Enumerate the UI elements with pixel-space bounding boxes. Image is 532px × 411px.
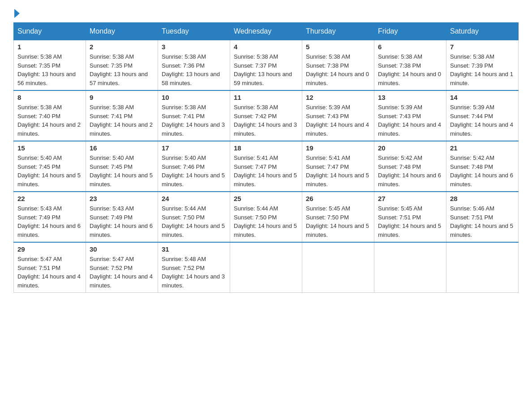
calendar-cell: 2Sunrise: 5:38 AMSunset: 7:35 PMDaylight… (86, 40, 158, 91)
day-info: Sunrise: 5:44 AMSunset: 7:50 PMDaylight:… (162, 204, 226, 239)
day-number: 7 (450, 43, 515, 51)
day-info: Sunrise: 5:38 AMSunset: 7:41 PMDaylight:… (90, 103, 154, 138)
day-info: Sunrise: 5:42 AMSunset: 7:48 PMDaylight:… (378, 154, 442, 188)
day-number: 6 (378, 43, 442, 51)
calendar-cell: 13Sunrise: 5:39 AMSunset: 7:43 PMDayligh… (374, 90, 446, 141)
day-info: Sunrise: 5:38 AMSunset: 7:35 PMDaylight:… (90, 52, 154, 87)
day-info: Sunrise: 5:39 AMSunset: 7:43 PMDaylight:… (306, 103, 370, 138)
day-number: 24 (162, 195, 226, 202)
calendar-cell: 7Sunrise: 5:38 AMSunset: 7:39 PMDaylight… (446, 40, 519, 91)
calendar-week-row: 1Sunrise: 5:38 AMSunset: 7:35 PMDaylight… (14, 40, 519, 91)
day-number: 11 (234, 94, 298, 101)
calendar-cell: 18Sunrise: 5:41 AMSunset: 7:47 PMDayligh… (230, 141, 302, 192)
calendar-cell: 30Sunrise: 5:47 AMSunset: 7:52 PMDayligh… (86, 242, 158, 293)
calendar-cell: 8Sunrise: 5:38 AMSunset: 7:40 PMDaylight… (14, 90, 86, 141)
day-number: 8 (17, 94, 82, 101)
day-number: 30 (90, 245, 154, 253)
day-info: Sunrise: 5:42 AMSunset: 7:48 PMDaylight:… (450, 154, 515, 188)
day-number: 20 (378, 144, 442, 152)
calendar-cell: 23Sunrise: 5:43 AMSunset: 7:49 PMDayligh… (86, 192, 158, 242)
day-number: 29 (17, 245, 82, 253)
calendar-cell: 17Sunrise: 5:40 AMSunset: 7:46 PMDayligh… (158, 141, 230, 192)
day-number: 26 (306, 195, 370, 202)
calendar-cell (302, 242, 374, 293)
day-info: Sunrise: 5:44 AMSunset: 7:50 PMDaylight:… (234, 204, 298, 239)
day-info: Sunrise: 5:38 AMSunset: 7:36 PMDaylight:… (162, 52, 226, 87)
calendar-cell: 15Sunrise: 5:40 AMSunset: 7:45 PMDayligh… (14, 141, 86, 192)
day-info: Sunrise: 5:40 AMSunset: 7:45 PMDaylight:… (17, 154, 82, 188)
day-number: 18 (234, 144, 298, 152)
day-info: Sunrise: 5:38 AMSunset: 7:38 PMDaylight:… (378, 52, 442, 87)
calendar-header-saturday: Saturday (446, 23, 519, 40)
day-number: 13 (378, 94, 442, 101)
calendar-week-row: 15Sunrise: 5:40 AMSunset: 7:45 PMDayligh… (14, 141, 519, 192)
day-info: Sunrise: 5:43 AMSunset: 7:49 PMDaylight:… (90, 204, 154, 239)
day-number: 17 (162, 144, 226, 152)
day-number: 10 (162, 94, 226, 101)
calendar-cell: 1Sunrise: 5:38 AMSunset: 7:35 PMDaylight… (14, 40, 86, 91)
day-number: 31 (162, 245, 226, 253)
day-number: 25 (234, 195, 298, 202)
day-info: Sunrise: 5:41 AMSunset: 7:47 PMDaylight:… (234, 154, 298, 188)
calendar-week-row: 8Sunrise: 5:38 AMSunset: 7:40 PMDaylight… (14, 90, 519, 141)
day-info: Sunrise: 5:47 AMSunset: 7:51 PMDaylight:… (17, 255, 82, 290)
page-header (13, 9, 519, 18)
day-info: Sunrise: 5:40 AMSunset: 7:45 PMDaylight:… (90, 154, 154, 188)
day-info: Sunrise: 5:38 AMSunset: 7:40 PMDaylight:… (17, 103, 82, 138)
calendar-cell (230, 242, 302, 293)
calendar-cell: 29Sunrise: 5:47 AMSunset: 7:51 PMDayligh… (14, 242, 86, 293)
calendar-cell: 20Sunrise: 5:42 AMSunset: 7:48 PMDayligh… (374, 141, 446, 192)
calendar-week-row: 29Sunrise: 5:47 AMSunset: 7:51 PMDayligh… (14, 242, 519, 293)
day-info: Sunrise: 5:38 AMSunset: 7:38 PMDaylight:… (306, 52, 370, 87)
day-info: Sunrise: 5:38 AMSunset: 7:42 PMDaylight:… (234, 103, 298, 138)
day-number: 3 (162, 43, 226, 51)
calendar-cell (446, 242, 519, 293)
calendar-cell: 6Sunrise: 5:38 AMSunset: 7:38 PMDaylight… (374, 40, 446, 91)
calendar-week-row: 22Sunrise: 5:43 AMSunset: 7:49 PMDayligh… (14, 192, 519, 242)
day-info: Sunrise: 5:39 AMSunset: 7:44 PMDaylight:… (450, 103, 515, 138)
calendar-cell: 16Sunrise: 5:40 AMSunset: 7:45 PMDayligh… (86, 141, 158, 192)
day-info: Sunrise: 5:39 AMSunset: 7:43 PMDaylight:… (378, 103, 442, 138)
calendar-cell: 31Sunrise: 5:48 AMSunset: 7:52 PMDayligh… (158, 242, 230, 293)
day-number: 16 (90, 144, 154, 152)
day-number: 2 (90, 43, 154, 51)
calendar-cell: 25Sunrise: 5:44 AMSunset: 7:50 PMDayligh… (230, 192, 302, 242)
day-number: 4 (234, 43, 298, 51)
day-info: Sunrise: 5:47 AMSunset: 7:52 PMDaylight:… (90, 255, 154, 290)
calendar-cell: 19Sunrise: 5:41 AMSunset: 7:47 PMDayligh… (302, 141, 374, 192)
day-info: Sunrise: 5:45 AMSunset: 7:51 PMDaylight:… (378, 204, 442, 239)
calendar-cell: 28Sunrise: 5:46 AMSunset: 7:51 PMDayligh… (446, 192, 519, 242)
calendar-cell: 10Sunrise: 5:38 AMSunset: 7:41 PMDayligh… (158, 90, 230, 141)
day-info: Sunrise: 5:45 AMSunset: 7:50 PMDaylight:… (306, 204, 370, 239)
calendar-cell: 9Sunrise: 5:38 AMSunset: 7:41 PMDaylight… (86, 90, 158, 141)
calendar-header-tuesday: Tuesday (158, 23, 230, 40)
calendar-header-monday: Monday (86, 23, 158, 40)
calendar-cell: 21Sunrise: 5:42 AMSunset: 7:48 PMDayligh… (446, 141, 519, 192)
calendar-header-row: SundayMondayTuesdayWednesdayThursdayFrid… (14, 23, 519, 40)
calendar-header-thursday: Thursday (302, 23, 374, 40)
calendar-table: SundayMondayTuesdayWednesdayThursdayFrid… (13, 22, 519, 293)
calendar-cell: 14Sunrise: 5:39 AMSunset: 7:44 PMDayligh… (446, 90, 519, 141)
day-info: Sunrise: 5:43 AMSunset: 7:49 PMDaylight:… (17, 204, 82, 239)
day-info: Sunrise: 5:41 AMSunset: 7:47 PMDaylight:… (306, 154, 370, 188)
day-number: 22 (17, 195, 82, 202)
calendar-cell: 12Sunrise: 5:39 AMSunset: 7:43 PMDayligh… (302, 90, 374, 141)
logo-arrow-icon (14, 9, 20, 18)
day-number: 15 (17, 144, 82, 152)
calendar-cell: 3Sunrise: 5:38 AMSunset: 7:36 PMDaylight… (158, 40, 230, 91)
day-number: 14 (450, 94, 515, 101)
day-number: 19 (306, 144, 370, 152)
calendar-cell: 24Sunrise: 5:44 AMSunset: 7:50 PMDayligh… (158, 192, 230, 242)
day-info: Sunrise: 5:48 AMSunset: 7:52 PMDaylight:… (162, 255, 226, 290)
logo (13, 9, 21, 18)
day-number: 23 (90, 195, 154, 202)
day-number: 12 (306, 94, 370, 101)
day-info: Sunrise: 5:40 AMSunset: 7:46 PMDaylight:… (162, 154, 226, 188)
day-number: 28 (450, 195, 515, 202)
day-number: 5 (306, 43, 370, 51)
calendar-header-friday: Friday (374, 23, 446, 40)
day-info: Sunrise: 5:46 AMSunset: 7:51 PMDaylight:… (450, 204, 515, 239)
day-number: 1 (17, 43, 82, 51)
day-info: Sunrise: 5:38 AMSunset: 7:37 PMDaylight:… (234, 52, 298, 87)
calendar-cell (374, 242, 446, 293)
